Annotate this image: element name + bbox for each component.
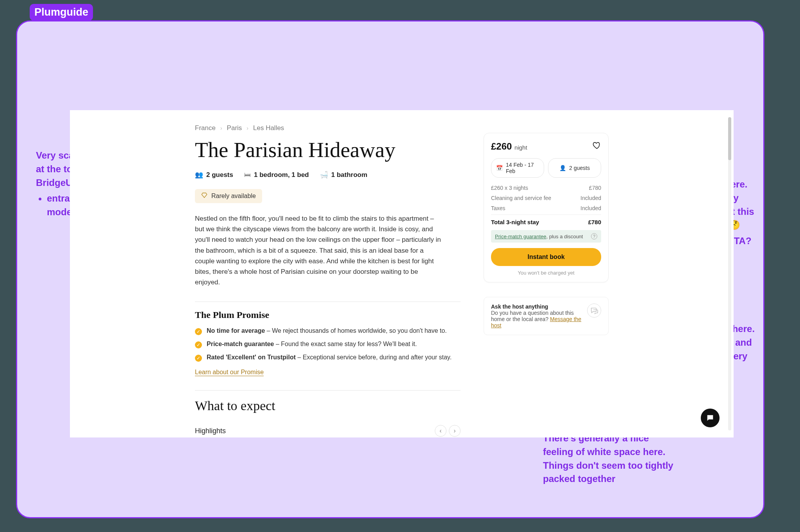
guests-picker[interactable]: 👤 2 guests (548, 158, 601, 178)
diamond-icon (201, 192, 207, 200)
ask-title: Ask the host anything (491, 303, 582, 310)
price-breakdown: £260 x 3 nights£780 Cleaning and service… (491, 185, 601, 211)
chevron-right-icon: › (220, 125, 222, 131)
expect-heading: What to expect (195, 398, 609, 413)
promise-text: – We reject thousands of homes worldwide… (265, 327, 446, 334)
dates-value: 14 Feb - 17 Feb (506, 162, 539, 174)
divider (195, 390, 461, 391)
line-label: £260 x 3 nights (491, 185, 528, 191)
bath-icon: 🛁 (320, 171, 328, 179)
guests-value: 2 guests (569, 165, 590, 171)
bedrooms-label: 1 bedroom, 1 bed (254, 171, 309, 179)
listing-description: Nestled on the fifth floor, you'll need … (195, 213, 443, 287)
guests-icon: 👥 (195, 171, 203, 179)
chip-label: Rarely available (211, 193, 256, 200)
breadcrumb: France › Paris › Les Halles (195, 124, 609, 132)
calendar-icon: 📅 (496, 165, 503, 171)
guests-label: 2 guests (206, 171, 233, 179)
canvas-tag: Plumguide (30, 4, 93, 21)
guest-icon: 👤 (559, 165, 566, 171)
line-value: £780 (589, 185, 601, 191)
total-value: £780 (588, 219, 601, 225)
chevron-right-icon: › (246, 125, 248, 131)
price-unit: night (514, 144, 527, 151)
guests-info: 👥 2 guests (195, 171, 233, 179)
embedded-screenshot: France › Paris › Les Halles The Parisian… (70, 110, 734, 437)
pmg-text: , plus a discount (546, 234, 583, 239)
breadcrumb-item[interactable]: Paris (227, 124, 242, 132)
ask-host-card: Ask the host anything Do you have a ques… (484, 297, 609, 335)
breadcrumb-item[interactable]: Les Halles (253, 124, 284, 132)
bathrooms-info: 🛁 1 bathroom (320, 171, 368, 179)
instant-book-button[interactable]: Instant book (491, 248, 601, 266)
canvas-frame: Very scannable having key info at the to… (16, 20, 764, 518)
line-value: Included (580, 205, 601, 211)
price: £260 night (491, 141, 527, 152)
line-label: Cleaning and service fee (491, 195, 551, 201)
promise-item: ✓ Price-match guarantee – Found the exac… (195, 341, 609, 348)
learn-link[interactable]: Learn about our Promise (195, 369, 264, 376)
promise-item: ✓ Rated 'Excellent' on Trustpilot – Exce… (195, 354, 609, 362)
rarity-chip: Rarely available (195, 189, 262, 203)
price-value: £260 (491, 141, 512, 152)
check-icon: ✓ (195, 341, 202, 348)
breadcrumb-item[interactable]: France (195, 124, 216, 132)
promise-text: – Found the exact same stay for less? We… (274, 341, 417, 347)
divider (195, 302, 461, 302)
highlights-label: Highlights (195, 427, 226, 435)
line-label: Taxes (491, 205, 505, 211)
promise-bold: Price-match guarantee (207, 341, 274, 347)
chat-fab[interactable] (701, 409, 720, 427)
favorite-button[interactable] (593, 141, 601, 151)
promise-bold: Rated 'Excellent' on Trustpilot (207, 354, 296, 361)
promise-bold: No time for average (207, 327, 265, 334)
dates-picker[interactable]: 📅 14 Feb - 17 Feb (491, 158, 544, 178)
carousel-prev-button[interactable]: ‹ (435, 425, 446, 437)
carousel-next-button[interactable]: › (449, 425, 461, 437)
disclaimer-text: You won't be charged yet (491, 270, 601, 276)
scrollbar[interactable] (728, 117, 731, 430)
check-icon: ✓ (195, 355, 202, 362)
bed-icon: 🛏 (244, 171, 251, 179)
chat-icon (587, 303, 601, 318)
bathrooms-label: 1 bathroom (331, 171, 368, 179)
price-match-banner: Price-match guarantee, plus a discount ? (491, 230, 601, 243)
line-value: Included (580, 195, 601, 201)
pmg-link[interactable]: Price-match guarantee (495, 234, 546, 239)
promise-text: – Exceptional service before, during and… (296, 354, 452, 361)
info-icon[interactable]: ? (591, 233, 597, 239)
annotation-bottom-right: There's generally a nice feeling of whit… (543, 432, 676, 486)
total-label: Total 3-night stay (491, 219, 539, 225)
bedrooms-info: 🛏 1 bedroom, 1 bed (244, 171, 309, 179)
annotation-text: There's generally a nice feeling of whit… (543, 433, 673, 484)
check-icon: ✓ (195, 328, 202, 335)
booking-card: £260 night 📅 14 Feb - 17 Feb 👤 2 guests (484, 133, 609, 282)
